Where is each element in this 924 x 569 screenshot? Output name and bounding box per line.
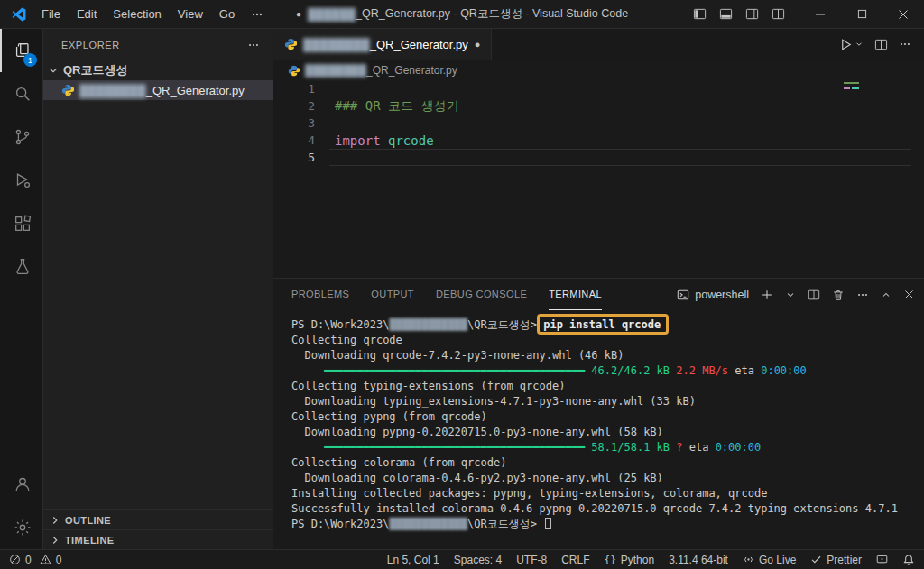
screencast-icon[interactable] — [876, 554, 888, 565]
editor-tab-active[interactable]: ████████_QR_Generator.py ● — [273, 29, 492, 60]
minimap[interactable] — [844, 82, 859, 84]
keyword-import: import — [335, 133, 381, 148]
close-window-button[interactable] — [882, 0, 924, 29]
menu-edit[interactable]: Edit — [69, 0, 105, 29]
activity-bar-spacer — [0, 289, 42, 463]
python-interpreter-status[interactable]: 3.11.4 64-bit — [669, 554, 728, 566]
new-terminal-icon[interactable] — [761, 289, 773, 301]
activity-extensions-icon[interactable] — [0, 202, 42, 245]
menu-go[interactable]: Go — [211, 0, 243, 29]
problems-status[interactable]: 0 0 — [9, 554, 61, 566]
close-panel-icon[interactable] — [903, 289, 915, 300]
menu-overflow-icon[interactable] — [243, 0, 272, 29]
terminal-text: ? — [676, 441, 682, 454]
editor-scrollbar[interactable] — [910, 74, 910, 157]
editor-more-actions-icon[interactable] — [899, 38, 911, 50]
shell-selector[interactable]: powershell — [677, 289, 749, 301]
activity-account-icon[interactable] — [0, 463, 42, 506]
line-number: 3 — [273, 116, 315, 130]
activity-source-control-icon[interactable] — [0, 115, 42, 159]
explorer-more-actions-icon[interactable] — [247, 39, 260, 51]
window-title-text: _QR_Generator.py - QR코드생성 - Visual Studi… — [356, 6, 628, 22]
prettier-status[interactable]: Prettier — [810, 554, 862, 566]
code-editor[interactable]: 1 2 ### QR 코드 생성기 3 4 import qrcode 5 — [273, 80, 924, 278]
terminal-text: \QR코드생성> — [467, 518, 543, 530]
tab-file-name: _QR_Generator.py — [370, 38, 468, 51]
terminal-line: Downloading colorama-0.4.6-py2.py3-none-… — [291, 471, 917, 486]
minimize-button[interactable] — [799, 0, 841, 29]
toggle-panel-icon[interactable] — [719, 7, 733, 21]
breadcrumb[interactable]: ████████_QR_Generator.py — [273, 60, 924, 80]
panel-more-actions-icon[interactable] — [856, 289, 869, 301]
terminal-line: Collecting typing-extensions (from qrcod… — [291, 379, 917, 394]
indentation-status[interactable]: Spaces: 4 — [454, 554, 502, 566]
terminal-icon — [677, 289, 689, 301]
launch-profile-chevron-icon[interactable] — [785, 289, 796, 300]
go-live-status[interactable]: Go Live — [743, 554, 796, 566]
timeline-section[interactable]: TIMELINE — [43, 529, 273, 549]
window-title: ● ██████_QR_Generator.py - QR코드생성 - Visu… — [296, 6, 628, 22]
split-terminal-icon[interactable] — [808, 289, 820, 301]
maximize-button[interactable] — [841, 0, 882, 29]
kill-terminal-trash-icon[interactable] — [832, 289, 845, 301]
tab-debug-console[interactable]: DEBUG CONSOLE — [436, 279, 527, 310]
terminal-text — [291, 441, 324, 454]
maximize-panel-chevron-icon[interactable] — [881, 289, 892, 300]
warning-count: 0 — [56, 554, 62, 566]
terminal-text: Collecting typing-extensions (from qrcod… — [291, 380, 565, 392]
minimap[interactable] — [844, 87, 850, 89]
python-file-icon — [61, 84, 74, 96]
tab-output[interactable]: OUTPUT — [371, 279, 414, 310]
terminal-line: Downloading qrcode-7.4.2-py3-none-any.wh… — [291, 348, 917, 363]
tab-problems[interactable]: PROBLEMS — [291, 279, 349, 310]
terminal-text: Downloading colorama-0.4.6-py2.py3-none-… — [291, 472, 663, 484]
run-python-file-icon[interactable] — [839, 38, 864, 51]
activity-settings-icon[interactable] — [0, 506, 42, 549]
menu-view[interactable]: View — [170, 0, 211, 29]
activity-explorer-icon[interactable]: 1 — [0, 29, 42, 72]
vscode-logo-icon — [12, 7, 26, 22]
terminal-content[interactable]: PS D:\Work2023\████████████\QR코드생성> pip … — [291, 317, 917, 532]
broadcast-icon — [743, 554, 754, 565]
outline-label: OUTLINE — [65, 515, 111, 526]
terminal-text: eta — [728, 364, 761, 377]
language-mode-status[interactable]: {} Python — [605, 554, 655, 566]
customize-layout-icon[interactable] — [772, 7, 785, 21]
toggle-primary-sidebar-icon[interactable] — [693, 7, 707, 21]
activity-run-debug-icon[interactable] — [0, 159, 42, 202]
terminal-text: Downloading pypng-0.20220715.0-py3-none-… — [291, 426, 663, 438]
menu-selection[interactable]: Selection — [105, 0, 169, 29]
encoding-status[interactable]: UTF-8 — [516, 554, 547, 566]
minimap[interactable] — [852, 87, 859, 89]
tab-terminal[interactable]: TERMINAL — [549, 279, 602, 310]
editor-group: ████████_QR_Generator.py ● — [273, 29, 924, 278]
tab-dirty-indicator[interactable]: ● — [475, 39, 481, 50]
terminal-line: Collecting qrcode — [291, 333, 917, 348]
split-editor-icon[interactable] — [874, 38, 888, 51]
go-live-label: Go Live — [759, 554, 796, 566]
menu-file[interactable]: File — [33, 0, 69, 29]
chevron-right-icon — [49, 534, 61, 546]
root-folder-name: QR코드생성 — [63, 62, 128, 78]
code-line: 3 — [273, 115, 924, 132]
activity-search-icon[interactable] — [0, 72, 42, 115]
eol-status[interactable]: CRLF — [561, 554, 589, 566]
folder-row-root[interactable]: QR코드생성 — [43, 60, 273, 80]
file-name: _QR_Generator.py — [146, 84, 245, 97]
redacted-filename-prefix: ████████ — [303, 38, 370, 51]
explorer-sidebar: EXPLORER QR코드생성 ████████_QR_Generator.py — [43, 29, 273, 549]
notifications-bell-icon[interactable] — [902, 554, 915, 566]
code-comment: ### QR 코드 생성기 — [315, 98, 458, 115]
redacted-filename-prefix: ██████ — [308, 8, 356, 21]
cursor-position-status[interactable]: Ln 5, Col 1 — [387, 554, 439, 566]
toggle-secondary-sidebar-icon[interactable] — [745, 7, 759, 21]
outline-section[interactable]: OUTLINE — [43, 509, 273, 529]
terminal-line: PS D:\Work2023\████████████\QR코드생성> pip … — [291, 317, 917, 333]
code-line: 4 import qrcode — [273, 132, 924, 149]
sidebar-title: EXPLORER — [61, 40, 120, 50]
activity-testing-icon[interactable] — [0, 245, 42, 289]
current-line-highlight — [329, 149, 911, 166]
activity-bar: 1 — [0, 29, 43, 549]
prettier-label: Prettier — [827, 554, 862, 566]
file-row-selected[interactable]: ████████_QR_Generator.py — [43, 80, 273, 100]
